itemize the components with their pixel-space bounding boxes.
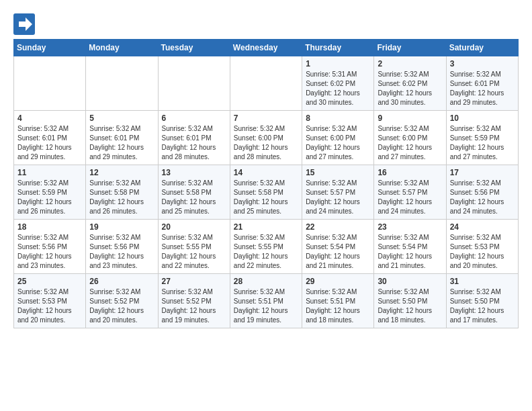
weekday-header-tuesday: Tuesday	[158, 40, 230, 56]
day-number: 6	[162, 113, 226, 123]
day-info: Sunrise: 5:32 AM Sunset: 6:00 PM Dayligh…	[306, 124, 370, 162]
week-row-3: 11Sunrise: 5:32 AM Sunset: 5:59 PM Dayli…	[14, 165, 519, 220]
day-cell	[230, 56, 302, 111]
day-cell: 13Sunrise: 5:32 AM Sunset: 5:58 PM Dayli…	[158, 165, 230, 220]
day-cell: 11Sunrise: 5:32 AM Sunset: 5:59 PM Dayli…	[14, 165, 86, 220]
day-number: 23	[378, 222, 442, 232]
day-cell: 10Sunrise: 5:32 AM Sunset: 5:59 PM Dayli…	[446, 111, 518, 165]
day-number: 25	[17, 277, 82, 286]
day-cell: 24Sunrise: 5:32 AM Sunset: 5:53 PM Dayli…	[446, 220, 518, 274]
day-number: 15	[306, 168, 370, 177]
day-info: Sunrise: 5:32 AM Sunset: 5:57 PM Dayligh…	[306, 179, 370, 216]
day-number: 10	[450, 113, 515, 123]
day-info: Sunrise: 5:32 AM Sunset: 5:59 PM Dayligh…	[450, 124, 515, 162]
day-number: 29	[306, 277, 370, 286]
weekday-header-row: SundayMondayTuesdayWednesdayThursdayFrid…	[14, 40, 519, 56]
day-cell: 17Sunrise: 5:32 AM Sunset: 5:56 PM Dayli…	[446, 165, 518, 220]
day-info: Sunrise: 5:32 AM Sunset: 5:54 PM Dayligh…	[378, 233, 442, 271]
day-number: 4	[17, 113, 82, 123]
day-cell: 4Sunrise: 5:32 AM Sunset: 6:01 PM Daylig…	[14, 111, 86, 165]
day-number: 21	[234, 222, 298, 232]
day-info: Sunrise: 5:32 AM Sunset: 5:56 PM Dayligh…	[17, 233, 82, 271]
calendar-table: SundayMondayTuesdayWednesdayThursdayFrid…	[13, 39, 519, 328]
day-cell: 19Sunrise: 5:32 AM Sunset: 5:56 PM Dayli…	[86, 220, 158, 274]
day-info: Sunrise: 5:32 AM Sunset: 5:58 PM Dayligh…	[89, 179, 154, 216]
day-info: Sunrise: 5:32 AM Sunset: 6:00 PM Dayligh…	[378, 124, 442, 162]
weekday-header-friday: Friday	[374, 40, 446, 56]
day-number: 19	[89, 222, 154, 232]
logo	[13, 13, 38, 35]
day-info: Sunrise: 5:32 AM Sunset: 6:00 PM Dayligh…	[234, 124, 298, 162]
day-cell: 30Sunrise: 5:32 AM Sunset: 5:50 PM Dayli…	[374, 274, 446, 328]
day-number: 8	[306, 113, 370, 123]
day-number: 26	[89, 277, 154, 286]
day-number: 22	[306, 222, 370, 232]
weekday-header-thursday: Thursday	[302, 40, 374, 56]
day-cell: 29Sunrise: 5:32 AM Sunset: 5:51 PM Dayli…	[302, 274, 374, 328]
week-row-1: 1Sunrise: 5:31 AM Sunset: 6:02 PM Daylig…	[14, 56, 519, 111]
day-cell: 25Sunrise: 5:32 AM Sunset: 5:53 PM Dayli…	[14, 274, 86, 328]
day-cell: 7Sunrise: 5:32 AM Sunset: 6:00 PM Daylig…	[230, 111, 302, 165]
day-number: 30	[378, 277, 442, 286]
day-info: Sunrise: 5:31 AM Sunset: 6:02 PM Dayligh…	[306, 70, 370, 107]
day-number: 31	[450, 277, 515, 286]
day-cell	[158, 56, 230, 111]
weekday-header-sunday: Sunday	[14, 40, 86, 56]
day-cell	[86, 56, 158, 111]
day-info: Sunrise: 5:32 AM Sunset: 5:50 PM Dayligh…	[378, 287, 442, 325]
day-cell: 3Sunrise: 5:32 AM Sunset: 6:01 PM Daylig…	[446, 56, 518, 111]
day-cell: 18Sunrise: 5:32 AM Sunset: 5:56 PM Dayli…	[14, 220, 86, 274]
day-number: 16	[378, 168, 442, 177]
day-info: Sunrise: 5:32 AM Sunset: 6:01 PM Dayligh…	[162, 124, 226, 162]
day-cell: 6Sunrise: 5:32 AM Sunset: 6:01 PM Daylig…	[158, 111, 230, 165]
day-cell: 2Sunrise: 5:32 AM Sunset: 6:02 PM Daylig…	[374, 56, 446, 111]
day-cell: 15Sunrise: 5:32 AM Sunset: 5:57 PM Dayli…	[302, 165, 374, 220]
day-number: 14	[234, 168, 298, 177]
day-info: Sunrise: 5:32 AM Sunset: 5:51 PM Dayligh…	[306, 287, 370, 325]
day-number: 27	[162, 277, 226, 286]
week-row-2: 4Sunrise: 5:32 AM Sunset: 6:01 PM Daylig…	[14, 111, 519, 165]
day-info: Sunrise: 5:32 AM Sunset: 5:52 PM Dayligh…	[162, 287, 226, 325]
day-cell: 26Sunrise: 5:32 AM Sunset: 5:52 PM Dayli…	[86, 274, 158, 328]
day-cell: 1Sunrise: 5:31 AM Sunset: 6:02 PM Daylig…	[302, 56, 374, 111]
day-number: 9	[378, 113, 442, 123]
day-cell: 9Sunrise: 5:32 AM Sunset: 6:00 PM Daylig…	[374, 111, 446, 165]
day-info: Sunrise: 5:32 AM Sunset: 5:54 PM Dayligh…	[306, 233, 370, 271]
day-number: 17	[450, 168, 515, 177]
day-info: Sunrise: 5:32 AM Sunset: 6:01 PM Dayligh…	[89, 124, 154, 162]
day-info: Sunrise: 5:32 AM Sunset: 5:52 PM Dayligh…	[89, 287, 154, 325]
weekday-header-wednesday: Wednesday	[230, 40, 302, 56]
day-cell: 12Sunrise: 5:32 AM Sunset: 5:58 PM Dayli…	[86, 165, 158, 220]
day-number: 12	[89, 168, 154, 177]
day-number: 18	[17, 222, 82, 232]
logo-icon	[13, 13, 35, 35]
day-info: Sunrise: 5:32 AM Sunset: 5:53 PM Dayligh…	[17, 287, 82, 325]
day-cell: 8Sunrise: 5:32 AM Sunset: 6:00 PM Daylig…	[302, 111, 374, 165]
day-cell: 20Sunrise: 5:32 AM Sunset: 5:55 PM Dayli…	[158, 220, 230, 274]
day-info: Sunrise: 5:32 AM Sunset: 5:57 PM Dayligh…	[378, 179, 442, 216]
day-info: Sunrise: 5:32 AM Sunset: 5:56 PM Dayligh…	[89, 233, 154, 271]
day-number: 28	[234, 277, 298, 286]
day-info: Sunrise: 5:32 AM Sunset: 6:02 PM Dayligh…	[378, 70, 442, 107]
day-info: Sunrise: 5:32 AM Sunset: 5:55 PM Dayligh…	[234, 233, 298, 271]
day-cell: 22Sunrise: 5:32 AM Sunset: 5:54 PM Dayli…	[302, 220, 374, 274]
day-number: 20	[162, 222, 226, 232]
day-cell: 21Sunrise: 5:32 AM Sunset: 5:55 PM Dayli…	[230, 220, 302, 274]
day-number: 2	[378, 59, 442, 68]
day-info: Sunrise: 5:32 AM Sunset: 5:50 PM Dayligh…	[450, 287, 515, 325]
day-info: Sunrise: 5:32 AM Sunset: 5:58 PM Dayligh…	[234, 179, 298, 216]
day-info: Sunrise: 5:32 AM Sunset: 5:53 PM Dayligh…	[450, 233, 515, 271]
header	[13, 11, 519, 35]
day-number: 24	[450, 222, 515, 232]
weekday-header-monday: Monday	[86, 40, 158, 56]
week-row-4: 18Sunrise: 5:32 AM Sunset: 5:56 PM Dayli…	[14, 220, 519, 274]
day-number: 7	[234, 113, 298, 123]
day-cell: 28Sunrise: 5:32 AM Sunset: 5:51 PM Dayli…	[230, 274, 302, 328]
day-number: 13	[162, 168, 226, 177]
day-cell	[14, 56, 86, 111]
day-number: 5	[89, 113, 154, 123]
day-info: Sunrise: 5:32 AM Sunset: 5:55 PM Dayligh…	[162, 233, 226, 271]
day-number: 3	[450, 59, 515, 68]
day-cell: 5Sunrise: 5:32 AM Sunset: 6:01 PM Daylig…	[86, 111, 158, 165]
day-cell: 31Sunrise: 5:32 AM Sunset: 5:50 PM Dayli…	[446, 274, 518, 328]
